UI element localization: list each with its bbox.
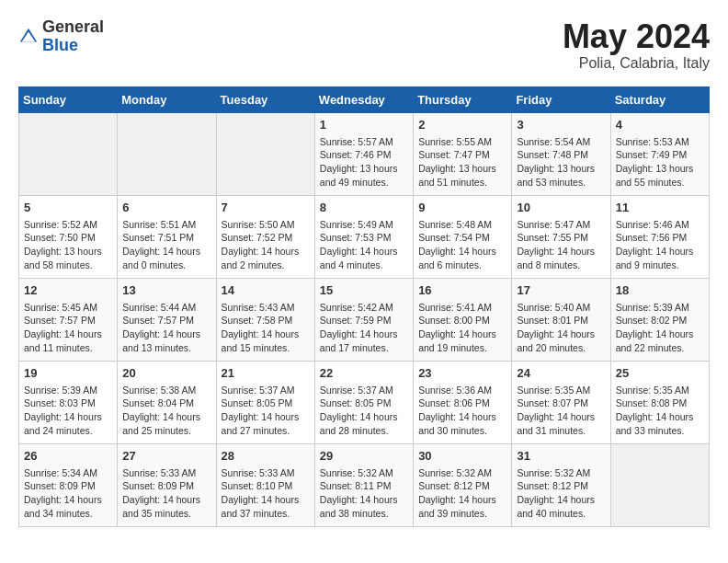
day-number: 13: [122, 282, 210, 299]
day-number: 3: [517, 117, 605, 133]
week-row-5: 26Sunrise: 5:34 AMSunset: 8:09 PMDayligh…: [19, 443, 710, 526]
day-cell: 17Sunrise: 5:40 AMSunset: 8:01 PMDayligh…: [512, 278, 610, 361]
day-cell: 2Sunrise: 5:55 AMSunset: 7:47 PMDaylight…: [414, 112, 512, 195]
day-number: 17: [517, 282, 605, 299]
day-cell: 6Sunrise: 5:51 AMSunset: 7:51 PMDaylight…: [118, 195, 216, 278]
day-info: Sunrise: 5:39 AMSunset: 8:03 PMDaylight:…: [24, 384, 112, 438]
day-cell: 12Sunrise: 5:45 AMSunset: 7:57 PMDayligh…: [19, 278, 118, 361]
day-info: Sunrise: 5:54 AMSunset: 7:48 PMDaylight:…: [517, 135, 605, 190]
day-info: Sunrise: 5:33 AMSunset: 8:09 PMDaylight:…: [122, 466, 210, 521]
day-number: 5: [24, 200, 112, 216]
day-info: Sunrise: 5:32 AMSunset: 8:11 PMDaylight:…: [320, 466, 408, 521]
day-number: 12: [24, 282, 112, 299]
day-number: 29: [320, 448, 408, 465]
day-number: 7: [222, 200, 310, 216]
day-info: Sunrise: 5:38 AMSunset: 8:04 PMDaylight:…: [122, 384, 210, 438]
week-row-4: 19Sunrise: 5:39 AMSunset: 8:03 PMDayligh…: [19, 361, 710, 443]
day-number: 9: [418, 200, 506, 216]
day-cell: 26Sunrise: 5:34 AMSunset: 8:09 PMDayligh…: [19, 443, 118, 526]
day-info: Sunrise: 5:39 AMSunset: 8:02 PMDaylight:…: [616, 301, 704, 355]
title-block: May 2024 Polia, Calabria, Italy: [563, 18, 710, 72]
weekday-wednesday: Wednesday: [314, 86, 413, 112]
calendar-body: 1Sunrise: 5:57 AMSunset: 7:46 PMDaylight…: [19, 112, 710, 526]
day-info: Sunrise: 5:42 AMSunset: 7:59 PMDaylight:…: [320, 301, 408, 355]
day-cell: 10Sunrise: 5:47 AMSunset: 7:55 PMDayligh…: [512, 195, 610, 278]
day-cell: 11Sunrise: 5:46 AMSunset: 7:56 PMDayligh…: [610, 195, 709, 278]
day-cell: [216, 112, 314, 195]
day-cell: 20Sunrise: 5:38 AMSunset: 8:04 PMDayligh…: [118, 361, 216, 443]
day-cell: 19Sunrise: 5:39 AMSunset: 8:03 PMDayligh…: [19, 361, 118, 443]
day-number: 27: [122, 448, 210, 465]
day-info: Sunrise: 5:45 AMSunset: 7:57 PMDaylight:…: [24, 301, 112, 355]
day-cell: [118, 112, 216, 195]
day-number: 30: [418, 448, 506, 465]
day-info: Sunrise: 5:52 AMSunset: 7:50 PMDaylight:…: [24, 218, 112, 272]
weekday-sunday: Sunday: [19, 86, 118, 112]
weekday-friday: Friday: [512, 86, 610, 112]
day-cell: 31Sunrise: 5:32 AMSunset: 8:12 PMDayligh…: [512, 443, 610, 526]
day-info: Sunrise: 5:33 AMSunset: 8:10 PMDaylight:…: [222, 466, 310, 521]
day-number: 22: [320, 365, 408, 382]
day-info: Sunrise: 5:37 AMSunset: 8:05 PMDaylight:…: [320, 384, 408, 438]
day-info: Sunrise: 5:50 AMSunset: 7:52 PMDaylight:…: [222, 218, 310, 272]
day-number: 11: [616, 200, 704, 216]
logo-icon: [18, 27, 39, 47]
day-number: 4: [616, 117, 704, 133]
day-info: Sunrise: 5:47 AMSunset: 7:55 PMDaylight:…: [517, 218, 605, 272]
day-number: 2: [418, 117, 506, 133]
day-cell: 1Sunrise: 5:57 AMSunset: 7:46 PMDaylight…: [314, 112, 413, 195]
day-number: 28: [222, 448, 310, 465]
day-info: Sunrise: 5:40 AMSunset: 8:01 PMDaylight:…: [517, 301, 605, 355]
logo-general-text: General: [42, 17, 104, 36]
day-cell: 28Sunrise: 5:33 AMSunset: 8:10 PMDayligh…: [216, 443, 314, 526]
day-cell: 15Sunrise: 5:42 AMSunset: 7:59 PMDayligh…: [314, 278, 413, 361]
day-cell: 23Sunrise: 5:36 AMSunset: 8:06 PMDayligh…: [414, 361, 512, 443]
day-info: Sunrise: 5:51 AMSunset: 7:51 PMDaylight:…: [122, 218, 210, 272]
day-number: 6: [122, 200, 210, 216]
month-title: May 2024: [563, 18, 710, 55]
day-cell: 3Sunrise: 5:54 AMSunset: 7:48 PMDaylight…: [512, 112, 610, 195]
day-info: Sunrise: 5:55 AMSunset: 7:47 PMDaylight:…: [418, 135, 506, 190]
day-info: Sunrise: 5:53 AMSunset: 7:49 PMDaylight:…: [616, 135, 704, 190]
day-number: 24: [517, 365, 605, 382]
day-number: 14: [222, 282, 310, 299]
day-info: Sunrise: 5:37 AMSunset: 8:05 PMDaylight:…: [222, 384, 310, 438]
day-info: Sunrise: 5:49 AMSunset: 7:53 PMDaylight:…: [320, 218, 408, 272]
day-cell: [19, 112, 118, 195]
weekday-saturday: Saturday: [610, 86, 709, 112]
day-info: Sunrise: 5:36 AMSunset: 8:06 PMDaylight:…: [418, 384, 506, 438]
day-number: 23: [418, 365, 506, 382]
day-cell: 4Sunrise: 5:53 AMSunset: 7:49 PMDaylight…: [610, 112, 709, 195]
day-number: 1: [320, 117, 408, 133]
logo: General Blue: [18, 18, 104, 55]
day-cell: 24Sunrise: 5:35 AMSunset: 8:07 PMDayligh…: [512, 361, 610, 443]
day-number: 26: [24, 448, 112, 465]
day-cell: 13Sunrise: 5:44 AMSunset: 7:57 PMDayligh…: [118, 278, 216, 361]
day-info: Sunrise: 5:34 AMSunset: 8:09 PMDaylight:…: [24, 466, 112, 521]
day-info: Sunrise: 5:32 AMSunset: 8:12 PMDaylight:…: [418, 466, 506, 521]
week-row-1: 1Sunrise: 5:57 AMSunset: 7:46 PMDaylight…: [19, 112, 710, 195]
day-info: Sunrise: 5:57 AMSunset: 7:46 PMDaylight:…: [320, 135, 408, 190]
day-number: 25: [616, 365, 704, 382]
calendar-table: SundayMondayTuesdayWednesdayThursdayFrid…: [18, 86, 710, 527]
logo-blue-text: Blue: [42, 36, 78, 54]
day-number: 15: [320, 282, 408, 299]
day-number: 8: [320, 200, 408, 216]
day-info: Sunrise: 5:46 AMSunset: 7:56 PMDaylight:…: [616, 218, 704, 272]
day-cell: 27Sunrise: 5:33 AMSunset: 8:09 PMDayligh…: [118, 443, 216, 526]
day-number: 20: [122, 365, 210, 382]
day-info: Sunrise: 5:35 AMSunset: 8:08 PMDaylight:…: [616, 384, 704, 438]
location-subtitle: Polia, Calabria, Italy: [563, 55, 710, 72]
day-number: 31: [517, 448, 605, 465]
day-info: Sunrise: 5:43 AMSunset: 7:58 PMDaylight:…: [222, 301, 310, 355]
day-info: Sunrise: 5:35 AMSunset: 8:07 PMDaylight:…: [517, 384, 605, 438]
week-row-3: 12Sunrise: 5:45 AMSunset: 7:57 PMDayligh…: [19, 278, 710, 361]
day-number: 18: [616, 282, 704, 299]
day-cell: 21Sunrise: 5:37 AMSunset: 8:05 PMDayligh…: [216, 361, 314, 443]
day-info: Sunrise: 5:32 AMSunset: 8:12 PMDaylight:…: [517, 466, 605, 521]
day-cell: 5Sunrise: 5:52 AMSunset: 7:50 PMDaylight…: [19, 195, 118, 278]
day-info: Sunrise: 5:44 AMSunset: 7:57 PMDaylight:…: [122, 301, 210, 355]
day-cell: 9Sunrise: 5:48 AMSunset: 7:54 PMDaylight…: [414, 195, 512, 278]
week-row-2: 5Sunrise: 5:52 AMSunset: 7:50 PMDaylight…: [19, 195, 710, 278]
day-number: 21: [222, 365, 310, 382]
